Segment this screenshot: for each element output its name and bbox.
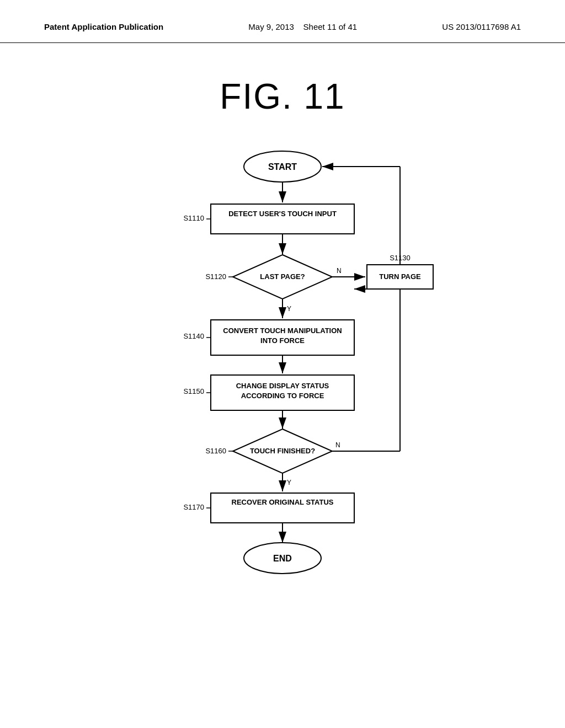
step-s1140-id: S1140 — [183, 332, 204, 340]
step-s1170-id: S1170 — [183, 503, 204, 511]
step-s1150-label2: ACCORDING TO FORCE — [241, 392, 324, 400]
step-s1140-label2: INTO FORCE — [260, 336, 305, 345]
step-s1150-id: S1150 — [183, 387, 204, 395]
page-header: Patent Application Publication May 9, 20… — [0, 0, 565, 43]
no-label-s1160: N — [335, 441, 340, 449]
publication-date: May 9, 2013 — [248, 22, 294, 31]
step-s1110-label1: DETECT USER'S TOUCH INPUT — [228, 210, 337, 218]
step-s1110-id: S1110 — [183, 214, 204, 222]
step-s1160-id: S1160 — [205, 447, 226, 455]
patent-number: US 2013/0117698 A1 — [442, 22, 521, 31]
figure-title: FIG. 11 — [0, 76, 565, 117]
step-s1120-id: S1120 — [205, 272, 226, 281]
flowchart-svg: START DETECT USER'S TOUCH INPUT S1110 LA… — [117, 144, 448, 641]
no-label-s1120: N — [337, 267, 342, 275]
step-s1130-label: TURN PAGE — [379, 272, 421, 281]
yes-label-s1120: Y — [287, 305, 291, 313]
yes-label-s1160: Y — [287, 479, 291, 486]
step-s1120-label: LAST PAGE? — [260, 272, 305, 281]
step-s1160-label: TOUCH FINISHED? — [250, 447, 315, 455]
flowchart-container: START DETECT USER'S TOUCH INPUT S1110 LA… — [117, 144, 448, 641]
sheet-number: Sheet 11 of 41 — [303, 22, 358, 31]
end-label: END — [273, 554, 292, 563]
step-s1110-shape — [211, 204, 354, 234]
publication-label: Patent Application Publication — [44, 22, 163, 31]
date-sheet: May 9, 2013 Sheet 11 of 41 — [248, 22, 357, 31]
step-s1150-label1: CHANGE DISPLAY STATUS — [236, 382, 329, 390]
step-s1170-label1: RECOVER ORIGINAL STATUS — [232, 498, 334, 506]
step-s1140-label1: CONVERT TOUCH MANIPULATION — [223, 326, 342, 335]
start-label: START — [268, 162, 297, 172]
